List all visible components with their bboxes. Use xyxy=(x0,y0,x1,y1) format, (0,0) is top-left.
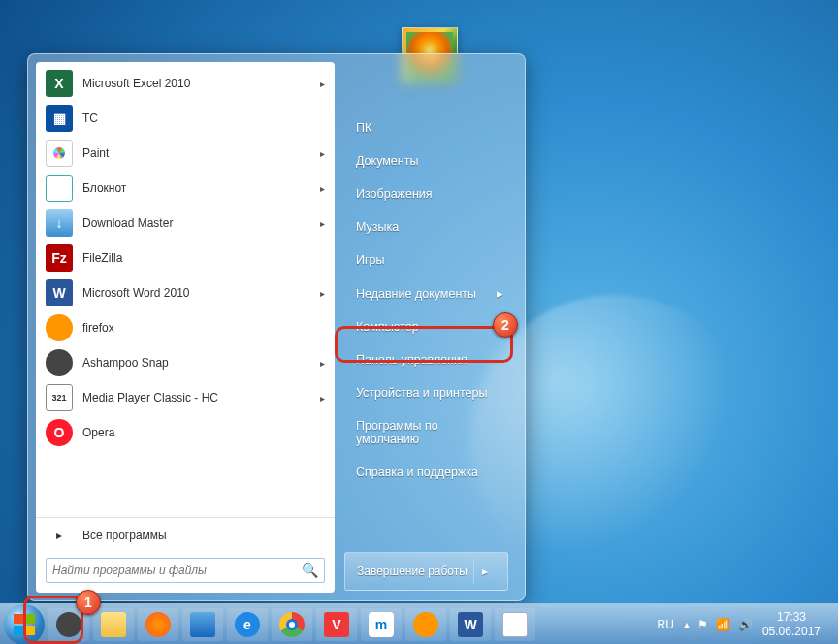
search-icon: 🔍 xyxy=(302,563,318,578)
right-item-9[interactable]: Программы по умолчанию xyxy=(344,410,515,455)
right-item-label: Справка и поддержка xyxy=(356,466,478,479)
start-button[interactable] xyxy=(4,604,45,645)
program-item-dm[interactable]: ↓Download Master▸ xyxy=(36,206,335,241)
program-label: firefox xyxy=(82,321,114,335)
right-item-0[interactable]: ПК xyxy=(344,113,515,144)
tray-chevron-up-icon[interactable]: ▴ xyxy=(684,618,690,631)
right-item-10[interactable]: Справка и поддержка xyxy=(344,457,515,488)
recent-programs-list: XMicrosoft Excel 2010▸▦TCPaint▸Блокнот▸↓… xyxy=(36,62,335,517)
taskbar-wmp[interactable] xyxy=(138,608,178,641)
windows-logo-icon xyxy=(14,614,35,635)
taskbar-explorer[interactable] xyxy=(93,608,134,641)
right-item-label: Компьютер xyxy=(356,320,419,334)
program-item-word[interactable]: WMicrosoft Word 2010▸ xyxy=(36,275,335,310)
dm-icon: ↓ xyxy=(46,209,73,237)
submenu-arrow-icon: ▸ xyxy=(320,288,325,299)
program-label: Media Player Classic - HC xyxy=(82,391,218,404)
program-item-ff[interactable]: firefox xyxy=(36,310,335,345)
taskbar-notepad[interactable] xyxy=(495,608,535,641)
right-item-label: Документы xyxy=(356,154,418,168)
start-menu: XMicrosoft Excel 2010▸▦TCPaint▸Блокнот▸↓… xyxy=(27,53,526,601)
right-item-7[interactable]: Панель управления xyxy=(344,344,515,375)
program-item-tc[interactable]: ▦TC xyxy=(36,101,335,136)
shutdown-options-arrow[interactable]: ▸ xyxy=(473,559,496,584)
tc-icon: ▦ xyxy=(46,105,73,132)
language-indicator[interactable]: RU xyxy=(658,618,674,631)
system-tray: RU ▴ ⚑ 📶 🔊 17:33 05.06.2017 xyxy=(658,610,834,638)
opera-icon: O xyxy=(46,419,73,446)
taskbar-firefox[interactable] xyxy=(405,608,446,641)
start-menu-left-pane: XMicrosoft Excel 2010▸▦TCPaint▸Блокнот▸↓… xyxy=(36,62,335,593)
submenu-arrow-icon: ▸ xyxy=(320,393,325,403)
program-label: FileZilla xyxy=(82,251,122,265)
program-label: Paint xyxy=(82,146,109,160)
all-programs-button[interactable]: ▸ Все программы xyxy=(36,517,335,552)
submenu-arrow-icon: ▸ xyxy=(320,79,325,89)
tray-icons: ▴ ⚑ 📶 🔊 xyxy=(684,618,753,631)
search-input[interactable] xyxy=(52,564,302,577)
clock-time: 17:33 xyxy=(762,610,821,624)
program-label: Ashampoo Snap xyxy=(82,356,169,370)
program-item-fz[interactable]: FzFileZilla xyxy=(36,241,335,275)
program-item-opera[interactable]: OOpera xyxy=(36,415,335,450)
clock[interactable]: 17:33 05.06.2017 xyxy=(762,610,821,638)
right-item-label: Музыка xyxy=(356,220,399,234)
taskbar: e V m W RU ▴ ⚑ 📶 🔊 17:33 05.06.2017 xyxy=(0,603,838,644)
volume-icon[interactable]: 🔊 xyxy=(738,618,753,631)
note-icon xyxy=(46,175,73,202)
taskbar-ie[interactable]: e xyxy=(227,608,268,641)
right-item-1[interactable]: Документы xyxy=(344,145,515,177)
program-item-excel[interactable]: XMicrosoft Excel 2010▸ xyxy=(36,66,335,101)
fz-icon: Fz xyxy=(46,244,73,272)
right-item-4[interactable]: Игры xyxy=(344,244,515,275)
taskbar-vivaldi[interactable]: V xyxy=(316,608,357,641)
annotation-badge-2: 2 xyxy=(493,312,518,338)
program-label: Блокнот xyxy=(82,181,126,195)
shutdown-button[interactable]: Завершение работы ▸ xyxy=(344,552,508,591)
submenu-arrow-icon: ▸ xyxy=(320,183,325,194)
program-item-mpc[interactable]: 321Media Player Classic - HC▸ xyxy=(36,380,335,415)
submenu-arrow-icon: ▸ xyxy=(320,148,325,159)
paint-icon xyxy=(46,140,73,167)
program-label: TC xyxy=(82,112,98,125)
annotation-badge-1: 1 xyxy=(76,590,101,615)
program-label: Microsoft Word 2010 xyxy=(82,286,190,300)
taskbar-word[interactable]: W xyxy=(450,608,491,641)
search-box[interactable]: 🔍 xyxy=(46,558,325,583)
submenu-arrow-icon: ▸ xyxy=(320,358,325,369)
mpc-icon: 321 xyxy=(46,384,73,411)
word-icon: W xyxy=(46,279,73,306)
right-item-label: Игры xyxy=(356,253,384,267)
shutdown-row: Завершение работы ▸ xyxy=(344,552,515,591)
right-item-label: Устройства и принтеры xyxy=(356,386,487,400)
excel-icon: X xyxy=(46,70,73,97)
ff-icon xyxy=(46,314,73,341)
right-item-2[interactable]: Изображения xyxy=(344,178,515,209)
program-label: Opera xyxy=(82,426,114,439)
right-item-3[interactable]: Музыка xyxy=(344,211,515,242)
right-item-label: Изображения xyxy=(356,187,433,201)
right-item-6[interactable]: Компьютер xyxy=(344,311,515,342)
chevron-right-icon: ▸ xyxy=(46,522,73,549)
clock-date: 05.06.2017 xyxy=(762,625,821,638)
taskbar-mail[interactable] xyxy=(182,608,223,641)
all-programs-label: Все программы xyxy=(82,529,167,542)
snap-icon xyxy=(46,349,73,376)
network-icon[interactable]: 📶 xyxy=(716,618,730,631)
taskbar-maxthon[interactable]: m xyxy=(361,608,402,641)
program-item-note[interactable]: Блокнот▸ xyxy=(36,171,335,206)
program-label: Download Master xyxy=(82,216,173,230)
flag-icon[interactable]: ⚑ xyxy=(697,618,708,631)
right-item-label: Панель управления xyxy=(356,353,467,367)
submenu-arrow-icon: ▸ xyxy=(320,218,325,229)
shutdown-label: Завершение работы xyxy=(357,564,467,578)
program-label: Microsoft Excel 2010 xyxy=(82,77,190,90)
right-item-8[interactable]: Устройства и принтеры xyxy=(344,377,515,408)
right-item-label: ПК xyxy=(356,121,371,135)
taskbar-chrome[interactable] xyxy=(272,608,312,641)
right-item-label: Программы по умолчанию xyxy=(356,419,503,446)
program-item-snap[interactable]: Ashampoo Snap▸ xyxy=(36,345,335,380)
right-item-5[interactable]: Недавние документы▸ xyxy=(344,277,515,309)
program-item-paint[interactable]: Paint▸ xyxy=(36,136,335,171)
submenu-arrow-icon: ▸ xyxy=(497,286,503,301)
